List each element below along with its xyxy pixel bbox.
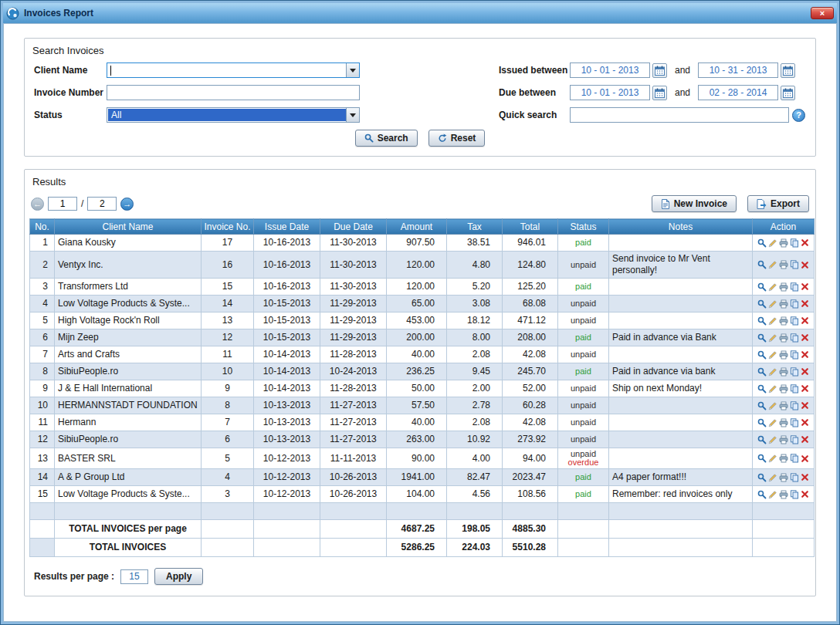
apply-button[interactable]: Apply [154,568,203,585]
edit-icon[interactable] [768,454,777,463]
invoice-number-input[interactable] [107,85,360,100]
edit-icon[interactable] [768,299,777,309]
view-icon[interactable] [757,454,767,463]
edit-icon[interactable] [768,367,777,377]
print-icon[interactable] [779,299,788,309]
next-page-button[interactable]: → [120,198,134,211]
copy-icon[interactable] [790,435,799,444]
col-header-due-date[interactable]: Due Date [320,219,387,235]
calendar-icon[interactable] [652,63,667,78]
col-header-tax[interactable]: Tax [447,219,503,235]
view-icon[interactable] [757,333,767,343]
col-header-invoice-no[interactable]: Invoice No. [202,219,254,235]
current-page-input[interactable] [48,197,77,211]
copy-icon[interactable] [790,299,799,309]
copy-icon[interactable] [790,316,799,326]
copy-icon[interactable] [790,473,799,482]
view-icon[interactable] [757,350,767,360]
edit-icon[interactable] [768,333,777,343]
issued-to-input[interactable]: 10 - 31 - 2013 [698,62,778,78]
view-icon[interactable] [757,299,767,309]
copy-icon[interactable] [790,367,799,377]
edit-icon[interactable] [768,282,777,292]
delete-icon[interactable] [801,261,809,269]
new-invoice-button[interactable]: New Invoice [652,195,737,212]
delete-icon[interactable] [801,473,809,481]
col-header-action[interactable]: Action [753,219,815,235]
edit-icon[interactable] [768,418,777,427]
delete-icon[interactable] [801,282,809,291]
print-icon[interactable] [779,454,788,463]
issued-from-input[interactable]: 10 - 01 - 2013 [570,62,650,78]
view-icon[interactable] [757,316,767,326]
delete-icon[interactable] [801,299,809,308]
print-icon[interactable] [779,238,788,248]
delete-icon[interactable] [801,316,809,325]
view-icon[interactable] [757,401,767,410]
total-pages-input[interactable] [87,197,117,211]
delete-icon[interactable] [801,418,809,427]
view-icon[interactable] [757,238,767,248]
copy-icon[interactable] [790,238,799,248]
delete-icon[interactable] [801,238,809,247]
calendar-icon[interactable] [781,86,795,100]
print-icon[interactable] [779,333,788,343]
view-icon[interactable] [757,367,767,377]
delete-icon[interactable] [801,350,809,359]
help-icon[interactable]: ? [792,109,805,122]
view-icon[interactable] [757,435,767,444]
delete-icon[interactable] [801,401,809,410]
print-icon[interactable] [779,350,788,360]
reset-button[interactable]: Reset [428,130,486,147]
delete-icon[interactable] [801,367,809,376]
chevron-down-icon[interactable] [346,63,359,77]
print-icon[interactable] [779,367,788,377]
calendar-icon[interactable] [652,86,667,100]
edit-icon[interactable] [768,384,777,394]
edit-icon[interactable] [768,238,777,248]
edit-icon[interactable] [768,401,777,410]
col-header-status[interactable]: Status [558,219,609,235]
print-icon[interactable] [779,401,788,410]
prev-page-button[interactable]: ← [31,198,44,211]
view-icon[interactable] [757,260,767,269]
view-icon[interactable] [757,418,767,427]
due-from-input[interactable]: 10 - 01 - 2013 [570,85,650,100]
view-icon[interactable] [757,473,767,482]
print-icon[interactable] [779,435,788,444]
edit-icon[interactable] [768,490,777,499]
print-icon[interactable] [779,384,788,394]
print-icon[interactable] [779,316,788,326]
print-icon[interactable] [779,260,788,269]
copy-icon[interactable] [790,384,799,394]
print-icon[interactable] [779,473,788,482]
quick-search-input[interactable] [570,107,789,123]
print-icon[interactable] [779,490,788,499]
close-button[interactable]: × [811,7,834,19]
copy-icon[interactable] [790,401,799,410]
view-icon[interactable] [757,282,767,292]
delete-icon[interactable] [801,435,809,444]
search-button[interactable]: Search [355,130,418,147]
edit-icon[interactable] [768,316,777,326]
print-icon[interactable] [779,282,788,292]
edit-icon[interactable] [768,350,777,360]
copy-icon[interactable] [790,260,799,269]
status-select[interactable]: All [107,107,360,123]
results-per-page-input[interactable] [120,569,148,584]
chevron-down-icon[interactable] [346,108,359,122]
export-button[interactable]: Export [747,195,809,212]
col-header-amount[interactable]: Amount [387,219,447,235]
edit-icon[interactable] [768,435,777,444]
edit-icon[interactable] [768,260,777,269]
edit-icon[interactable] [768,473,777,482]
delete-icon[interactable] [801,333,809,342]
copy-icon[interactable] [790,333,799,343]
view-icon[interactable] [757,384,767,394]
col-header-issue-date[interactable]: Issue Date [254,219,320,235]
col-header-client-name[interactable]: Client Name [55,219,202,235]
due-to-input[interactable]: 02 - 28 - 2014 [698,85,778,100]
copy-icon[interactable] [790,350,799,360]
delete-icon[interactable] [801,490,809,498]
copy-icon[interactable] [790,418,799,427]
